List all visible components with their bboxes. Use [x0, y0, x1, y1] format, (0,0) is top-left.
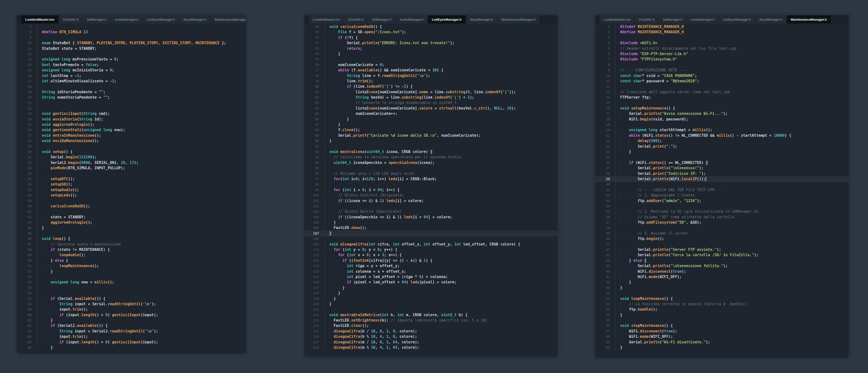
code-line[interactable]: 86 } [305, 116, 557, 122]
code-line[interactable]: 60} [595, 345, 848, 350]
code-line[interactable]: 92void mostraIcona(uint64_t icona, CRGB … [305, 149, 557, 155]
code-line[interactable]: 57 WiFi.disconnect(true); [595, 329, 848, 334]
code-line[interactable]: 52 // La funzione corretta in questa lib… [595, 301, 848, 307]
code-line[interactable]: 31 // --- LOGICA DAL TUO FILE TEST.CPP -… [595, 187, 848, 193]
code-line[interactable]: 4#include <WiFi.h> [595, 40, 848, 46]
code-line[interactable]: 31 Serial.begin(115200); [17, 155, 246, 160]
tab-AudioManager.h[interactable]: AudioManager.h [111, 15, 143, 24]
code-line[interactable]: 7 [17, 24, 246, 29]
code-line[interactable]: 30 [595, 182, 848, 187]
code-line[interactable]: 58 String input = Serial.readStringUntil… [17, 301, 246, 307]
code-line[interactable]: 27 Serial.println("\nConnesso!"); [595, 165, 848, 171]
code-line[interactable]: 57 if (Serial.available()) { [17, 296, 246, 301]
code-line[interactable]: 32 // 1. Aggiungiamo l'utente [595, 193, 848, 198]
code-line[interactable]: 16int lastStep = -1; [17, 73, 246, 78]
tab-AudioManager.h[interactable]: AudioManager.h [396, 15, 428, 24]
code-line[interactable]: 30void setup() { [17, 149, 246, 155]
code-line[interactable]: 44 } else { [595, 258, 848, 263]
code-line[interactable]: 56void stopMaintenance() { [595, 323, 848, 328]
code-line[interactable]: 33 ftp.addUser("admin", "1234"); [595, 198, 848, 203]
code-line[interactable]: 41 [595, 242, 848, 247]
tab-LedEyesManager.h[interactable]: LedEyesManager.h [143, 15, 179, 24]
code-line[interactable]: 27void entraInManutenzione(); [17, 133, 246, 138]
code-line[interactable]: 50 } else { [17, 258, 246, 263]
code-line[interactable]: 51 loopMaintenance(); [17, 263, 246, 269]
code-line[interactable]: 107} [305, 231, 557, 236]
code-line[interactable]: 37 ftp.addFilesystem("SD", &SD); [595, 220, 848, 225]
tab-SdManager.h[interactable]: SdManager.h [659, 15, 686, 24]
code-line[interactable]: 18 [17, 84, 246, 89]
code-line[interactable]: 26void gestioneStati(unsigned long now); [17, 127, 246, 133]
code-line[interactable]: 48 } [595, 279, 848, 285]
code-line[interactable]: 6#include "ESP-FTP-Server-Lib.h" [595, 51, 848, 57]
code-line[interactable]: 24void avviaStoria(String id); [17, 116, 246, 122]
code-line[interactable]: 34 [595, 203, 848, 209]
tab-ClockRtc.h[interactable]: ClockRtc.h [59, 15, 82, 24]
code-line[interactable]: 121 [305, 307, 557, 312]
code-line[interactable]: 53 ftp.handle(); [595, 307, 848, 312]
code-line[interactable]: 41 [17, 209, 246, 214]
code-line[interactable]: 33 pinMode(BTN_SIMULA, INPUT_PULLUP); [17, 165, 246, 171]
code-line[interactable]: 40 ftp.begin(); [595, 236, 848, 241]
code-line[interactable]: 89 Serial.printf("Caricate %d icone dall… [305, 133, 557, 138]
code-line[interactable]: 116 if (pixel < led_offset + 64) leds[pi… [305, 279, 557, 285]
code-line[interactable]: 90} [305, 138, 557, 143]
code-line[interactable]: 14bool tastoPremuto = false; [17, 62, 246, 68]
code-line[interactable]: 96 // Puliamo solo i 128 LED degli occhi [305, 171, 557, 176]
code-line[interactable]: 111 for (int x = 0; x < 3; x++) { [305, 252, 557, 258]
tab-AudioManager.h[interactable]: AudioManager.h [687, 15, 718, 24]
code-line[interactable]: 102 [305, 203, 557, 209]
code-line[interactable]: 49} [595, 285, 848, 291]
code-line[interactable]: 42 stato = STANDBY; [17, 214, 246, 220]
code-line[interactable]: 15 [595, 100, 848, 105]
code-line[interactable]: 106 FastLED.show(); [305, 225, 557, 231]
code-line[interactable]: 54} [595, 312, 848, 318]
code-line[interactable]: 85 numIconeCaricate++; [305, 111, 557, 116]
code-line[interactable]: 8#define BTN_SIMULA 13 [17, 29, 246, 35]
code-area[interactable]: 78#define BTN_SIMULA 13910enum StatoBot … [17, 24, 246, 353]
code-line[interactable]: 22 delay(500); [595, 138, 848, 143]
code-line[interactable]: 105 } [305, 220, 557, 225]
code-line[interactable]: 123 FastLED.setBrightness(b); // Imposta… [305, 318, 557, 323]
code-line[interactable]: 75 [305, 57, 557, 62]
code-line[interactable]: 93 // Calcoliamo la versione specchiata … [305, 155, 557, 160]
code-line[interactable]: 60 if (input.length() > 0) gestisciInput… [17, 312, 246, 318]
code-line[interactable]: 32 Serial2.begin(9600, SERIAL_8N1, 16, 1… [17, 160, 246, 165]
code-line[interactable]: 126 disegnaCifra(h % 10, 4, 1, 0, colore… [305, 334, 557, 339]
code-line[interactable]: 71 if (!f) { [305, 35, 557, 40]
code-line[interactable]: 38 setupLeds(); [17, 193, 246, 198]
code-line[interactable]: 55 [595, 318, 848, 323]
tab-SdManager.h[interactable]: SdManager.h [83, 15, 110, 24]
code-line[interactable]: 35 setupRTC(); [17, 176, 246, 182]
tab-LumibotMaster.ino[interactable]: LumibotMaster.ino [309, 15, 343, 24]
code-line[interactable]: 10enum StatoBot { STANDBY, PLAYING_INTRO… [17, 40, 246, 46]
code-line[interactable]: 45 [17, 231, 246, 236]
code-line[interactable]: 122void mostraOraInMatrice(int h, int m,… [305, 312, 557, 318]
code-line[interactable]: 48 if (stato != MAINTENANCE) { [17, 247, 246, 252]
code-line[interactable]: 35 // 2. Montiamo la SD (già inizializza… [595, 209, 848, 214]
code-line[interactable]: 54 unsigned long now = millis(); [17, 279, 246, 285]
code-line[interactable]: 26 if (WiFi.status() == WL_CONNECTED) { [595, 160, 848, 165]
code-line[interactable]: 80 if (line.indexOf('|') != -1) { [305, 84, 557, 89]
code-line[interactable]: 8 [595, 62, 848, 68]
tab-LumibotMaster.ino[interactable]: LumibotMaster.ino [600, 15, 634, 24]
code-line[interactable]: 46void loop() { [17, 236, 246, 241]
code-line[interactable]: 94 uint64_t iconaSpecchio = specchiaIcon… [305, 160, 557, 165]
code-line[interactable]: 117 } [305, 285, 557, 291]
tab-StoryManager.h[interactable]: StoryManager.h [179, 15, 210, 24]
code-line[interactable]: 5// Header estratti direttamente dal tuo… [595, 46, 848, 51]
code-line[interactable]: 1#ifndef MAINTENANCE_MANAGER_H [595, 24, 848, 29]
code-line[interactable]: 79 line.trim(); [305, 78, 557, 84]
code-line[interactable]: 39 // 3. Avviamo il server [595, 231, 848, 236]
code-line[interactable]: 24 } [595, 149, 848, 155]
code-line[interactable]: 64 input.trim(); [17, 334, 246, 339]
code-line[interactable]: 40 caricaIconeDaSD(); [17, 203, 246, 209]
code-line[interactable]: 62 if (Serial2.available()) { [17, 323, 246, 328]
code-line[interactable]: 12 [17, 51, 246, 57]
code-line[interactable]: 2#define MAINTENANCE_MANAGER_H [595, 29, 848, 35]
code-line[interactable]: 128 disegnaCifra(m % 10, 4, 1, 64, color… [305, 345, 557, 350]
code-line[interactable]: 69void caricaIconeDaSD() { [305, 24, 557, 29]
code-line[interactable]: 109void disegnaCifra(int cifra, int offs… [305, 242, 557, 247]
code-line[interactable]: 119 } [305, 296, 557, 301]
code-line[interactable]: 37 setupAudio(); [17, 187, 246, 193]
